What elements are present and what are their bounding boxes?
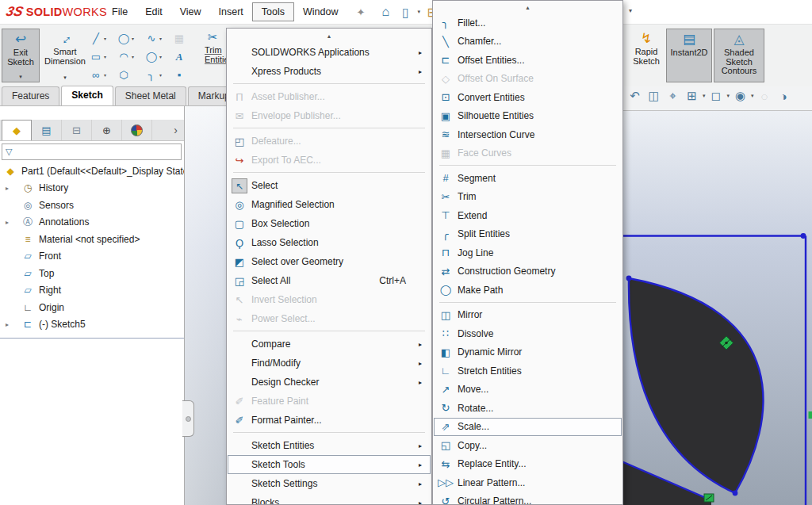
menu-scroll-up[interactable]: ▲ <box>433 1 622 13</box>
tree-item-right[interactable]: ▱Right <box>0 282 184 300</box>
expand-arrow-icon[interactable]: ▸ <box>0 185 13 192</box>
tree-item-sensors[interactable]: ◎Sensors <box>0 197 184 214</box>
menu-item-circular-pattern[interactable]: ↺Circular Pattern... <box>434 492 622 505</box>
exit-sketch-button[interactable]: ↩Exit Sketch▾ <box>2 29 40 82</box>
menu-scroll-up[interactable]: ▲ <box>227 29 431 43</box>
tab-features[interactable]: Features <box>2 86 59 105</box>
menu-item-silhouette-entities[interactable]: ▣Silhouette Entities <box>434 107 622 126</box>
menu-item-find-modify[interactable]: Find/Modify▸ <box>228 354 431 373</box>
zoom-to-area-icon[interactable]: ⌖ <box>665 89 681 103</box>
displaymanager-tab[interactable] <box>122 120 152 140</box>
menu-item-construction-geometry[interactable]: ⇄Construction Geometry <box>434 262 622 281</box>
menu-view[interactable]: View <box>171 2 210 21</box>
menu-insert[interactable]: Insert <box>210 2 252 21</box>
menu-item-box-selection[interactable]: ▢Box Selection <box>228 214 431 233</box>
menu-item-convert-entities[interactable]: ⊡Convert Entities <box>434 88 622 107</box>
menu-item-dissolve[interactable]: ∷Dissolve <box>434 324 622 343</box>
menu-item-lasso-selection[interactable]: ϘLasso Selection <box>228 233 431 252</box>
view-orientation-icon[interactable]: ⊞ <box>684 89 700 103</box>
featuremanager-tab[interactable]: ◆ <box>2 120 32 140</box>
new-document-icon[interactable]: ▯ <box>397 5 413 20</box>
ellipse-tool[interactable]: ◯▾ <box>144 48 172 66</box>
menu-item-rotate[interactable]: ↻Rotate... <box>434 399 622 418</box>
menu-item-select-all[interactable]: ◲Select AllCtrl+A <box>228 271 431 290</box>
tree-item-material[interactable]: ≡Material <not specified> <box>0 231 184 248</box>
hide-show-items-icon[interactable]: ◉ <box>732 89 749 103</box>
menu-item-sketch-tools[interactable]: Sketch Tools▸ <box>228 455 431 474</box>
dropdown-caret-icon[interactable]: ▾ <box>104 54 106 59</box>
sketch-fillet-tool[interactable]: ╮▾ <box>144 66 172 84</box>
instant2d-button[interactable]: ▤Instant2D <box>666 29 712 82</box>
menu-item-format-painter[interactable]: ✐Format Painter... <box>228 411 431 430</box>
point-tool[interactable]: ▪ <box>172 66 200 84</box>
menu-item-copy[interactable]: ◱Copy... <box>434 436 622 455</box>
tree-item-annotations[interactable]: ▸ⒶAnnotations <box>0 214 184 231</box>
dropdown-caret-icon[interactable]: ▾ <box>132 54 134 59</box>
tree-item-top[interactable]: ▱Top <box>0 265 184 282</box>
dropdown-caret-icon[interactable]: ▾ <box>132 36 134 41</box>
sketch-vertex[interactable] <box>801 233 806 239</box>
line-tool[interactable]: ╱▾ <box>89 29 117 48</box>
dropdown-caret-icon[interactable]: ▾ <box>703 93 706 99</box>
polygon-tool[interactable]: ⬡ <box>117 66 144 84</box>
menu-item-solidworks-applications[interactable]: SOLIDWORKS Applications▸ <box>228 43 431 62</box>
menu-item-sketch-entities[interactable]: Sketch Entities▸ <box>228 436 431 455</box>
menu-item-sketch-settings[interactable]: Sketch Settings▸ <box>228 474 431 493</box>
menu-file[interactable]: File <box>103 2 136 21</box>
toolbar-overflow-caret-icon[interactable]: ▾ <box>629 7 632 14</box>
menu-item-xpress-products[interactable]: Xpress Products▸ <box>228 62 431 81</box>
menu-edit[interactable]: Edit <box>136 2 171 21</box>
menu-item-extend[interactable]: ⊤Extend <box>434 206 622 225</box>
text-tool[interactable]: A <box>172 48 200 66</box>
tree-item-part1[interactable]: ◆Part1 (Default<<Default>_Display State … <box>0 163 184 180</box>
filter-bar[interactable]: ▽ <box>2 143 182 160</box>
menu-item-select[interactable]: ↖Select <box>228 176 431 195</box>
rapid-sketch-button[interactable]: ↯Rapid Sketch <box>628 29 665 82</box>
circle-tool[interactable]: ◯▾ <box>117 29 144 48</box>
pin-icon[interactable]: ✦ <box>357 6 366 18</box>
spline-tool[interactable]: ∿▾ <box>144 29 172 48</box>
tab-sketch[interactable]: Sketch <box>61 86 113 105</box>
smart-dimension-button[interactable]: ↔Smart Dimension▾ <box>41 29 89 82</box>
tree-item-history[interactable]: ▸◷History <box>0 180 184 197</box>
dropdown-caret-icon[interactable]: ▾ <box>159 36 162 41</box>
menu-window[interactable]: Window <box>294 2 347 21</box>
flyout-caret-icon[interactable]: ▾ <box>19 74 22 82</box>
menu-item-mirror[interactable]: ◫Mirror <box>434 306 622 325</box>
menu-item-make-path[interactable]: ◯Make Path <box>434 281 622 300</box>
tree-item-[interactable]: ▸⊏(-) Sketch5 <box>0 316 184 334</box>
propertymanager-tab[interactable]: ▤ <box>32 120 62 140</box>
panel-collapse-handle[interactable] <box>182 400 194 437</box>
centerpoint-arc-tool[interactable]: ◠▾ <box>117 48 144 66</box>
tab-sheet-metal[interactable]: Sheet Metal <box>115 86 186 105</box>
menu-tools[interactable]: Tools <box>252 2 294 21</box>
expand-arrow-icon[interactable]: ▸ <box>0 219 13 226</box>
menu-item-scale[interactable]: ⇗Scale... <box>434 418 622 437</box>
menu-item-compare[interactable]: Compare▸ <box>228 335 431 354</box>
previous-view-icon[interactable]: ↶ <box>626 89 643 103</box>
menu-item-move[interactable]: ↗Move... <box>434 381 622 400</box>
tree-item-origin[interactable]: ∟Origin <box>0 299 184 316</box>
menu-item-magnified-selection[interactable]: ◎Magnified Selection <box>228 195 431 214</box>
apply-scene-icon[interactable]: ◑ <box>776 90 792 103</box>
straight-slot-tool[interactable]: ∞▾ <box>89 66 117 84</box>
panel-flyout-arrow-icon[interactable]: › <box>174 124 178 136</box>
edit-appearance-icon[interactable]: ◌ <box>756 90 773 103</box>
menu-item-jog-line[interactable]: ⊓Jog Line <box>434 243 622 262</box>
menu-item-segment[interactable]: #Segment <box>434 169 622 188</box>
corner-rectangle-tool[interactable]: ▭▾ <box>89 48 117 66</box>
menu-item-chamfer[interactable]: ╲Chamfer... <box>434 33 622 52</box>
expand-arrow-icon[interactable]: ▸ <box>0 321 13 328</box>
menu-item-linear-pattern[interactable]: ▷▷Linear Pattern... <box>434 473 622 492</box>
display-style-icon[interactable]: ◻ <box>708 89 725 103</box>
menu-item-select-over-geometry[interactable]: ◩Select over Geometry <box>228 252 431 271</box>
trim-entities-button[interactable]: ✂ Trim Entities <box>205 29 226 82</box>
dropdown-caret-icon[interactable]: ▾ <box>104 36 106 41</box>
home-icon[interactable]: ⌂ <box>377 5 393 19</box>
dropdown-caret-icon[interactable]: ▾ <box>727 93 730 99</box>
sketch-vertex[interactable] <box>626 276 632 281</box>
menu-item-fillet[interactable]: ╮Fillet... <box>434 13 622 33</box>
tree-item-front[interactable]: ▱Front <box>0 248 184 266</box>
dropdown-caret-icon[interactable]: ▾ <box>104 72 106 78</box>
menu-item-blocks[interactable]: Blocks▸ <box>228 493 431 505</box>
